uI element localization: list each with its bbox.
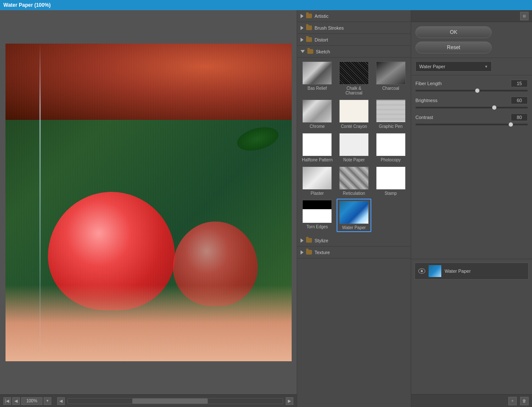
contrast-slider[interactable]: [415, 124, 528, 125]
zoom-value[interactable]: 100%: [21, 397, 42, 405]
expand-distort-icon: [301, 38, 304, 42]
fiber-length-thumb[interactable]: [475, 89, 479, 93]
category-artistic-label: Artistic: [315, 14, 329, 19]
trash-icon[interactable]: 🗑: [520, 397, 529, 405]
filter-label-photocopy: Photocopy: [381, 158, 401, 162]
expand-sketch-icon: [301, 50, 305, 53]
right-panel: ⊞ OK Reset Water Paper ▼ Fiber Length: [411, 10, 532, 407]
filter-bas-relief[interactable]: Bas Relief: [300, 60, 335, 97]
filter-chalk-charcoal[interactable]: Chalk & Charcoal: [337, 60, 372, 97]
layer-panel: Water Paper: [411, 259, 532, 394]
expand-stylize-icon: [301, 238, 304, 243]
expand-panel-btn[interactable]: ⊞: [520, 12, 529, 20]
filter-halftone[interactable]: Halftone Pattern: [300, 132, 335, 163]
filter-dropdown[interactable]: Water Paper ▼: [415, 61, 492, 72]
filter-photocopy[interactable]: Photocopy: [373, 132, 408, 163]
prev-page-btn[interactable]: ◀: [12, 397, 20, 405]
filter-dropdown-label: Water Paper: [419, 64, 445, 69]
filter-label-water-paper: Water Paper: [342, 225, 366, 230]
horizontal-scrollbar[interactable]: [67, 398, 283, 404]
contrast-value[interactable]: 80: [511, 114, 528, 121]
new-layer-icon[interactable]: +: [508, 397, 517, 405]
filter-thumb-photocopy: [376, 133, 406, 156]
category-brush-strokes-label: Brush Strokes: [315, 25, 344, 30]
fiber-length-value[interactable]: 15: [511, 80, 528, 87]
filter-thumb-chalk: [339, 61, 369, 85]
category-distort[interactable]: Distort: [297, 34, 411, 46]
filter-reticulation[interactable]: Reticulation: [337, 165, 372, 197]
contrast-label: Contrast: [415, 115, 433, 120]
right-top: OK Reset: [411, 22, 532, 58]
brightness-param: Brightness 60: [415, 97, 528, 109]
scrollbar-thumb[interactable]: [132, 399, 207, 404]
scroll-left-btn[interactable]: ◀: [57, 397, 65, 405]
fiber-length-label: Fiber Length: [415, 81, 442, 86]
filter-label-chalk: Chalk & Charcoal: [338, 86, 370, 95]
scroll-right-btn[interactable]: ▶: [286, 397, 293, 405]
layer-label-text: Water Paper: [445, 269, 525, 274]
layer-item: Water Paper: [415, 263, 529, 280]
category-texture[interactable]: Texture: [297, 246, 411, 258]
folder-icon: [306, 14, 312, 18]
filter-thumb-graphic-pen: [376, 100, 406, 123]
canvas-bottom: |◀ ◀ 100% ▼ ◀ ▶: [0, 394, 297, 407]
brightness-slider[interactable]: [415, 107, 528, 108]
filter-thumb-torn-edges: [302, 200, 332, 223]
filter-thumb-plaster: [302, 166, 332, 190]
right-footer: + 🗑: [411, 394, 532, 407]
category-sketch-label: Sketch: [316, 49, 330, 54]
filter-label-reticulation: Reticulation: [343, 191, 365, 196]
folder-icon: [306, 238, 312, 243]
panel-top-bar: ⊞: [411, 10, 532, 22]
brightness-label: Brightness: [415, 98, 437, 103]
filter-thumb-charcoal: [376, 61, 406, 85]
first-page-btn[interactable]: |◀: [3, 397, 11, 405]
filter-label-torn-edges: Torn Edges: [306, 224, 328, 229]
filter-stamp[interactable]: Stamp: [373, 165, 408, 197]
filter-charcoal[interactable]: Charcoal: [373, 60, 408, 97]
category-brush-strokes[interactable]: Brush Strokes: [297, 22, 411, 34]
filter-chrome[interactable]: Chrome: [300, 98, 335, 130]
filter-conte-crayon[interactable]: Conté Crayon: [337, 98, 372, 130]
expand-artistic-icon: [301, 14, 304, 18]
filter-label-chrome: Chrome: [310, 124, 325, 129]
filter-water-paper[interactable]: Water Paper: [337, 199, 372, 232]
filter-thumb-bas-relief: [302, 61, 332, 85]
folder-icon: [307, 49, 313, 54]
ok-button[interactable]: OK: [415, 26, 492, 38]
filter-label-conte: Conté Crayon: [341, 124, 367, 129]
params-area: Fiber Length 15 Brightness 60: [411, 75, 532, 130]
contrast-param: Contrast 80: [415, 114, 528, 126]
brightness-thumb[interactable]: [492, 105, 496, 110]
filter-label-plaster: Plaster: [311, 191, 324, 196]
fiber-length-slider[interactable]: [415, 90, 528, 91]
folder-icon: [306, 250, 312, 255]
filter-label-charcoal: Charcoal: [382, 86, 399, 91]
layer-thumbnail: [429, 265, 441, 277]
filter-torn-edges[interactable]: Torn Edges: [300, 199, 335, 232]
category-distort-label: Distort: [315, 37, 328, 42]
category-sketch[interactable]: Sketch: [297, 46, 411, 58]
filter-graphic-pen[interactable]: Graphic Pen: [373, 98, 408, 130]
filter-plaster[interactable]: Plaster: [300, 165, 335, 197]
zoom-dropdown-btn[interactable]: ▼: [44, 397, 51, 405]
contrast-thumb[interactable]: [509, 122, 513, 127]
filter-thumb-reticulation: [339, 166, 369, 190]
expand-texture-icon: [301, 250, 304, 255]
canvas-image: [6, 44, 292, 361]
reset-button[interactable]: Reset: [415, 42, 492, 53]
sketch-filter-grid: Bas Relief Chalk & Charcoal Charcoal Chr…: [297, 58, 411, 235]
filter-label-halftone: Halftone Pattern: [302, 158, 332, 162]
brightness-value[interactable]: 60: [511, 97, 528, 104]
category-artistic[interactable]: Artistic: [297, 10, 411, 22]
filter-label-bas-relief: Bas Relief: [308, 86, 327, 91]
filter-label-note-paper: Note Paper: [343, 158, 365, 162]
filter-note-paper[interactable]: Note Paper: [337, 132, 372, 163]
filter-thumb-note-paper: [339, 133, 369, 156]
filter-thumb-chrome: [302, 100, 332, 123]
layer-visibility-icon[interactable]: [418, 269, 425, 274]
category-stylize[interactable]: Stylize: [297, 235, 411, 246]
filter-thumb-stamp: [376, 166, 406, 190]
title-bar: Water Paper (100%): [0, 0, 532, 10]
category-texture-label: Texture: [315, 250, 330, 255]
